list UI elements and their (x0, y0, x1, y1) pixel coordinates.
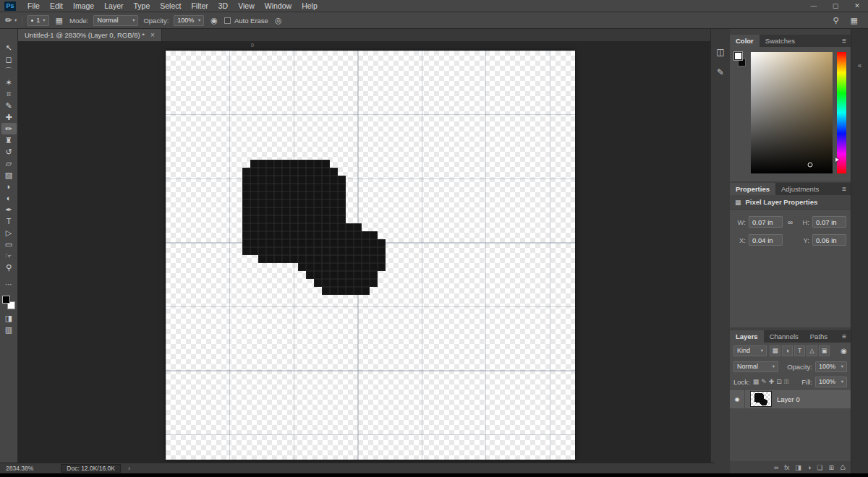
screen-mode-icon[interactable]: ▥ (1, 324, 17, 335)
active-tool-preset[interactable]: ✏ ▾ (3, 15, 22, 25)
tool-button-zoom[interactable]: ⚲ (1, 262, 17, 273)
lock-icon-lock-all[interactable]: ⚿ (784, 378, 789, 386)
layers-action-icon-new-group[interactable]: ❏ (817, 464, 822, 471)
filter-icon-filter-shape-layers[interactable]: △ (807, 345, 817, 356)
tab-paths[interactable]: Paths (804, 330, 833, 343)
panel-foreground-swatch[interactable] (734, 52, 742, 60)
x-field[interactable]: 0.04 in (749, 234, 783, 246)
menu-item[interactable]: 3D (213, 0, 233, 12)
brush-panel-toggle-icon[interactable]: ▦ (54, 16, 64, 25)
filter-icon-filter-pixel-layers[interactable]: ▦ (770, 345, 780, 356)
layers-action-icon-add-layer-mask[interactable]: ◨ (795, 464, 801, 471)
collapse-dock-icon[interactable]: « (852, 58, 868, 72)
minimize-button[interactable]: — (803, 0, 825, 12)
tool-button-clone-stamp[interactable]: ♜ (1, 134, 17, 146)
lock-icon-lock-transparency[interactable]: ▦ (753, 378, 760, 386)
tab-close-icon[interactable]: × (150, 31, 155, 39)
tool-button-crop[interactable]: ⌗ (1, 88, 17, 100)
close-button[interactable]: ✕ (846, 0, 868, 12)
layers-action-icon-new-layer[interactable]: ⊞ (828, 464, 834, 471)
canvas[interactable] (166, 51, 575, 460)
tab-swatches[interactable]: Swatches (760, 35, 801, 47)
tool-button-hand[interactable]: ☞ (1, 250, 17, 262)
tab-color[interactable]: Color (730, 35, 760, 47)
menu-item[interactable]: Type (128, 0, 155, 12)
opacity-select[interactable]: 100% ▾ (174, 15, 204, 26)
tool-button-eraser[interactable]: ▱ (1, 158, 17, 169)
panel-fg-bg-swatches[interactable] (734, 52, 746, 71)
layer-row[interactable]: ◉ Layer 0 (730, 390, 851, 408)
menu-item[interactable]: Layer (99, 0, 128, 12)
layers-action-icon-new-adjustment-layer[interactable]: ◑ (807, 464, 811, 471)
panel-menu-icon[interactable]: ≡ (838, 35, 851, 47)
height-field[interactable]: 0.07 in (812, 216, 846, 228)
menu-item[interactable]: Window (260, 0, 297, 12)
filtering-toggle-icon[interactable]: ◉ (841, 347, 847, 355)
collapsed-panel-icon-collapsed-panel-bottom[interactable]: ✎ (712, 65, 728, 80)
brush-size-picker[interactable]: 1 ▾ (27, 15, 48, 26)
tab-adjustments[interactable]: Adjustments (775, 183, 825, 195)
hue-slider-marker[interactable] (835, 158, 839, 162)
zoom-level-field[interactable]: 2834.38% (6, 465, 33, 472)
tool-button-rectangular-marquee[interactable]: ◻ (1, 53, 17, 65)
fill-select[interactable]: 100% ▾ (815, 377, 847, 387)
auto-erase-checkbox[interactable]: Auto Erase (224, 17, 268, 25)
tool-button-rectangle[interactable]: ▭ (1, 239, 17, 250)
tool-button-dodge[interactable]: ◐ (1, 192, 17, 204)
workspace-switcher-icon[interactable]: ▦ (849, 16, 859, 25)
filter-icon-filter-type-layers[interactable]: T (794, 345, 805, 356)
blend-mode-select[interactable]: Normal ▾ (93, 15, 138, 26)
layer-visibility-eye-icon[interactable]: ◉ (730, 390, 745, 408)
saturation-brightness-field[interactable] (751, 52, 833, 173)
edit-toolbar-icon[interactable]: ⋯ (1, 279, 17, 291)
layers-action-icon-delete-layer[interactable]: ♺ (840, 464, 846, 471)
tool-button-pencil[interactable]: ✏ (1, 123, 17, 134)
lock-icon-lock-position[interactable]: ✚ (769, 378, 775, 386)
tool-button-pen[interactable]: ✒ (1, 204, 17, 215)
tab-layers[interactable]: Layers (730, 330, 764, 343)
filter-icon-filter-adjustment-layers[interactable]: ◑ (782, 345, 793, 356)
pressure-opacity-icon[interactable]: ◉ (209, 16, 219, 25)
tool-button-eyedropper[interactable]: ✎ (1, 100, 17, 111)
tool-button-spot-healing-brush[interactable]: ✚ (1, 111, 17, 123)
link-dimensions-icon[interactable]: ∞ (783, 218, 798, 226)
tab-properties[interactable]: Properties (730, 183, 775, 195)
menu-item[interactable]: File (22, 0, 45, 12)
layer-name[interactable]: Layer 0 (777, 395, 800, 403)
layer-opacity-select[interactable]: 100% ▾ (815, 361, 847, 372)
menu-item[interactable]: Select (155, 0, 186, 12)
smoothing-icon[interactable]: ◎ (273, 16, 284, 25)
document-tab[interactable]: Untitled-1 @ 2830% (Layer 0, RGB/8) * × (18, 29, 162, 41)
menu-item[interactable]: Edit (45, 0, 68, 12)
menu-item[interactable]: View (233, 0, 260, 12)
foreground-color-swatch[interactable] (2, 296, 10, 304)
layers-action-icon-layer-effects[interactable]: fx (784, 464, 789, 471)
filter-icon-filter-smart-objects[interactable]: ▣ (819, 345, 830, 356)
color-field-marker[interactable] (808, 163, 813, 168)
filter-kind-select[interactable]: Kind ▾ (733, 345, 767, 356)
quick-mask-icon[interactable]: ◨ (1, 312, 17, 324)
tool-button-move[interactable]: ↖ (1, 42, 17, 53)
panel-menu-icon[interactable]: ≡ (838, 330, 851, 343)
document-sizes-indicator[interactable]: Doc: 12.0K/16.0K (61, 464, 121, 473)
menu-item[interactable]: Image (68, 0, 99, 12)
layer-blend-mode-select[interactable]: Normal ▾ (733, 361, 778, 372)
tool-button-quick-selection[interactable]: ✶ (1, 77, 17, 88)
panel-menu-icon[interactable]: ≡ (838, 183, 851, 195)
layer-thumbnail[interactable] (750, 391, 772, 407)
search-icon[interactable]: ⚲ (832, 16, 841, 25)
hue-slider[interactable] (837, 52, 846, 173)
lock-icon-lock-paint[interactable]: ✎ (761, 378, 767, 386)
tool-button-history-brush[interactable]: ↺ (1, 146, 17, 158)
menu-item[interactable]: Filter (186, 0, 213, 12)
tool-button-gradient[interactable]: ▨ (1, 169, 17, 181)
collapsed-panel-icon-collapsed-panel-top[interactable]: ◫ (712, 45, 728, 59)
menu-item[interactable]: Help (297, 0, 323, 12)
tool-button-lasso[interactable]: ⌒ (1, 65, 17, 77)
lock-icon-lock-artboard[interactable]: ⊡ (776, 378, 782, 386)
layers-action-icon-link-layers[interactable]: ∞ (774, 464, 778, 471)
foreground-background-swatches[interactable] (2, 296, 15, 309)
y-field[interactable]: 0.06 in (812, 234, 846, 246)
tool-button-type[interactable]: T (1, 215, 17, 227)
tool-button-path-selection[interactable]: ▷ (1, 227, 17, 239)
